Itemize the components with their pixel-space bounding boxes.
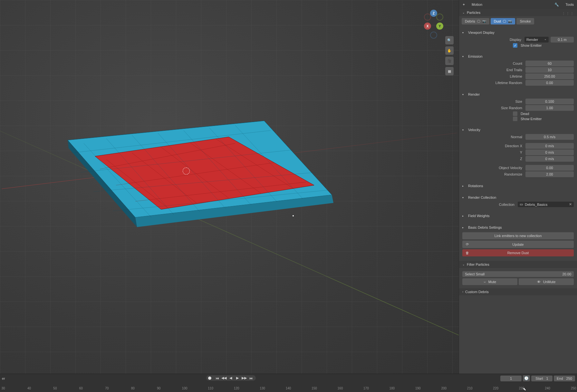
- pan-icon[interactable]: ✋: [445, 46, 454, 55]
- dir-y-label: Y: [462, 150, 524, 154]
- nav-gizmo[interactable]: Z X Y: [424, 10, 443, 39]
- rotations-header[interactable]: ▸ Rotations: [462, 183, 574, 189]
- gizmo-neg-x[interactable]: [424, 14, 431, 21]
- render-header[interactable]: ▾ Render: [462, 91, 574, 98]
- zoom-icon[interactable]: 🔍: [445, 36, 454, 44]
- unmute-button[interactable]: 👁 UnMute: [519, 278, 574, 285]
- mute-button[interactable]: ⌣ Mute: [462, 278, 517, 285]
- show-emitter-render-checkbox[interactable]: [513, 117, 517, 121]
- timeline-ruler[interactable]: 3040506070809010011012013014015016017018…: [0, 383, 577, 392]
- gizmo-z[interactable]: Z: [430, 10, 437, 17]
- chip-dust[interactable]: Dust 🖵 📷: [491, 18, 515, 24]
- select-small-slider[interactable]: Select Small 20.00: [462, 271, 574, 277]
- mesh-object[interactable]: [68, 121, 332, 250]
- basic-debris-title: Basic Debris Settings: [468, 225, 502, 229]
- keyframe-prev-icon[interactable]: ◀◀: [221, 376, 227, 380]
- grid-icon[interactable]: ▦: [445, 67, 454, 75]
- gizmo-neg-y[interactable]: [436, 14, 443, 21]
- end-frame-field[interactable]: End 250: [554, 376, 575, 381]
- field-weights-header[interactable]: ▸ Field Weights: [462, 213, 574, 219]
- tab-motion[interactable]: Motion: [472, 3, 482, 6]
- chevron-right-icon: ▸: [462, 226, 466, 229]
- gizmo-y[interactable]: Y: [436, 23, 443, 30]
- chip-debris[interactable]: Debris 🖵 📷: [462, 18, 489, 24]
- timeline-tick: 140: [286, 387, 291, 390]
- randomize-field[interactable]: 2.00: [525, 171, 574, 177]
- chip-dust-label: Dust: [494, 19, 501, 23]
- velocity-panel: ▾ Velocity Normal0.5 m/s Direction X0 m/…: [459, 125, 577, 181]
- display-unit-field[interactable]: 0.1 m: [551, 37, 574, 43]
- particles-header[interactable]: ⌄ Particles ⋮⋮⋮: [459, 9, 577, 16]
- display-icon[interactable]: 🖵: [477, 20, 480, 23]
- dir-x-field[interactable]: 0 m/s: [525, 143, 574, 149]
- motion-icon: ✦: [462, 3, 465, 7]
- mute-label: Mute: [488, 280, 496, 284]
- dead-checkbox[interactable]: [513, 111, 517, 116]
- start-frame-field[interactable]: Start 1: [531, 376, 553, 381]
- emission-panel: ▾ Emission Count60 End Trails10 Lifetime…: [459, 52, 577, 90]
- chevron-down-icon: ⌄: [462, 11, 465, 14]
- lifetime-field[interactable]: 250.00: [525, 73, 574, 79]
- obj-vel-field[interactable]: 0.00: [525, 165, 574, 171]
- custom-debris-header[interactable]: › Custom Debris: [459, 288, 577, 295]
- basic-debris-header[interactable]: ▸ Basic Debris Settings: [462, 225, 574, 231]
- chip-smoke[interactable]: Smoke: [516, 18, 534, 24]
- viewport-3d[interactable]: Z X Y 🔍 ✋ 🎥 ▦: [0, 0, 459, 374]
- current-frame-field[interactable]: 1: [500, 376, 522, 381]
- link-emitters-button[interactable]: Link emitters to new collection: [462, 232, 574, 239]
- render-collection-header[interactable]: ▾ Render Collection: [462, 195, 574, 201]
- dir-y-field[interactable]: 0 m/s: [525, 149, 574, 155]
- play-reverse-icon[interactable]: ◀: [228, 376, 234, 380]
- size-random-field[interactable]: 1.00: [525, 105, 574, 111]
- timeline-tick: 120: [234, 387, 239, 390]
- trash-icon: 🗑: [462, 251, 472, 255]
- end-trails-field[interactable]: 10: [525, 67, 574, 73]
- viewport-display-panel: ▾ Viewport Display Display Render 0.1 m …: [459, 28, 577, 52]
- select-small-value: 20.00: [562, 272, 571, 276]
- normal-field[interactable]: 0.5 m/s: [525, 134, 574, 140]
- count-field[interactable]: 60: [525, 61, 574, 66]
- tab-tools[interactable]: Tools: [565, 3, 574, 6]
- timeline-left-text: er: [2, 377, 5, 380]
- dead-label: Dead: [521, 112, 574, 116]
- gizmo-neg-z[interactable]: [430, 32, 437, 39]
- camera-icon[interactable]: 📷: [482, 20, 486, 23]
- size-field[interactable]: 0.100: [525, 99, 574, 104]
- update-button[interactable]: ⟳ Update: [462, 241, 574, 248]
- drag-handle-icon[interactable]: ⋮⋮⋮: [562, 12, 574, 16]
- jump-start-icon[interactable]: ⏮: [214, 376, 220, 380]
- show-emitter-checkbox[interactable]: ✓: [513, 43, 517, 48]
- display-dropdown[interactable]: Render: [524, 37, 549, 43]
- clear-collection-icon[interactable]: ✕: [569, 202, 572, 206]
- top-tab-row: ✦ Motion 🔧 Tools: [459, 0, 577, 9]
- collection-label: Collection: [462, 203, 516, 206]
- randomize-label: Randomize: [462, 172, 524, 176]
- timeline-tick: 130: [260, 387, 265, 390]
- custom-debris-title: Custom Debris: [465, 290, 489, 294]
- keyframe-next-icon[interactable]: ▶▶: [241, 376, 247, 380]
- start-label: Start: [535, 377, 543, 380]
- velocity-header[interactable]: ▾ Velocity: [462, 127, 574, 133]
- collection-icon: ▭: [520, 202, 523, 206]
- field-weights-panel: ▸ Field Weights: [459, 211, 577, 223]
- camera-icon[interactable]: 📷: [508, 20, 512, 23]
- current-frame-value: 1: [510, 377, 512, 380]
- display-icon[interactable]: 🖵: [503, 20, 506, 23]
- record-icon[interactable]: [208, 377, 211, 380]
- dir-z-field[interactable]: 0 m/s: [525, 156, 574, 162]
- field-weights-title: Field Weights: [468, 214, 489, 218]
- gizmo-x[interactable]: X: [424, 23, 431, 30]
- emission-header[interactable]: ▾ Emission: [462, 53, 574, 60]
- play-icon[interactable]: ▶: [235, 376, 240, 380]
- collection-field[interactable]: ▭ Debris_Basics ✕: [518, 202, 574, 207]
- jump-end-icon[interactable]: ⏭: [248, 376, 254, 380]
- lifetime-random-field[interactable]: 0.00: [525, 80, 574, 86]
- camera-icon[interactable]: 🎥: [445, 57, 454, 65]
- clock-icon[interactable]: 🕓: [523, 375, 530, 381]
- remove-dust-button[interactable]: 🗑 Remove Dust: [462, 249, 574, 256]
- dir-z-label: Z: [462, 157, 524, 161]
- timeline-tick: 150: [312, 387, 317, 390]
- filter-particles-header[interactable]: ⌄ Filter Particles: [459, 261, 577, 268]
- viewport-display-header[interactable]: ▾ Viewport Display: [462, 30, 574, 36]
- timeline-tick: 40: [27, 387, 31, 390]
